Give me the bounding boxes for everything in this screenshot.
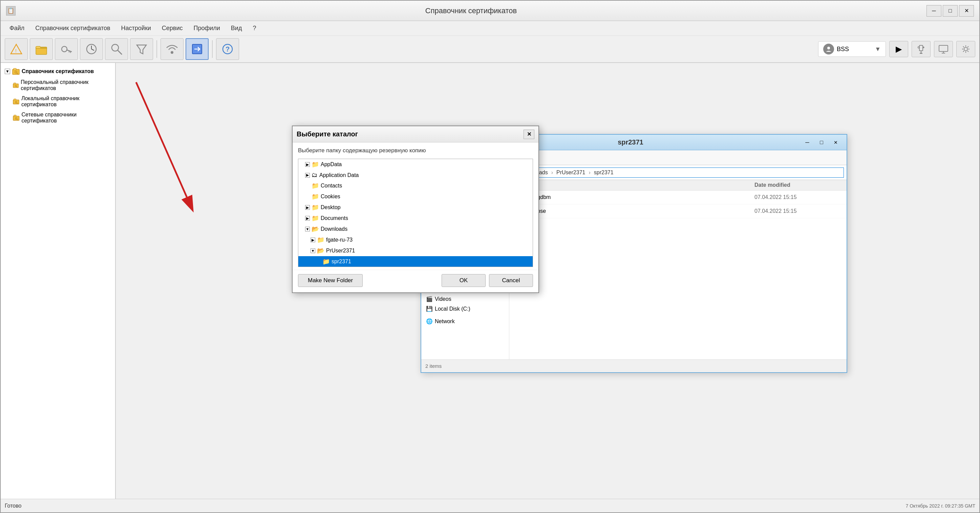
toolbar-screen-button[interactable] [934, 41, 953, 57]
menu-file[interactable]: Файл [5, 23, 29, 34]
maximize-button[interactable]: □ [943, 5, 958, 17]
dialog-close-button[interactable]: ✕ [523, 130, 535, 139]
dialog-label-contacts: Contacts [321, 183, 342, 189]
user-dropdown[interactable]: BSS ▼ [818, 41, 886, 57]
menu-help[interactable]: ? [248, 23, 261, 34]
dialog-tree-fgate[interactable]: ▶ 📁 fgate-ru-73 [298, 235, 533, 245]
svg-text:!: ! [15, 48, 17, 54]
file-date-pse: 07.04.2022 15:15 [754, 208, 843, 214]
expand-documents[interactable]: ▶ [305, 216, 310, 221]
expand-desktop[interactable]: ▶ [305, 205, 310, 210]
close-button[interactable]: ✕ [959, 5, 974, 17]
left-panel-tree: ▼ Справочник сертификатов Персональный с… [1, 63, 116, 500]
menu-view[interactable]: Вид [226, 23, 247, 34]
dialog-label-desktop: Desktop [321, 204, 340, 210]
tree-item-personal[interactable]: Персональный справочник сертификатов [3, 77, 113, 94]
toolbar: ! ? [1, 36, 979, 63]
svg-marker-12 [137, 45, 146, 54]
file-row-pse[interactable]: 📄 local.pse 07.04.2022 15:15 [509, 204, 846, 218]
toolbar-clock-button[interactable] [80, 38, 103, 60]
dialog-tree-appdata2[interactable]: ▶ 🗂 Application Data [298, 170, 533, 180]
toolbar-key-button[interactable] [55, 38, 78, 60]
folder-icon-fgate: 📁 [317, 236, 325, 244]
dialog-tree-contacts[interactable]: 📁 Contacts [298, 180, 533, 191]
path-spr2371[interactable]: spr2371 [592, 169, 616, 176]
toolbar-search-button[interactable] [105, 38, 128, 60]
explorer-minimize-button[interactable]: ─ [800, 137, 814, 148]
svg-rect-37 [13, 100, 19, 104]
cert-directory-icon [12, 68, 20, 75]
tree-item-local[interactable]: Локальный справочник сертификатов [3, 94, 113, 110]
svg-point-13 [171, 51, 173, 54]
window-controls: ─ □ ✕ [926, 5, 974, 17]
svg-rect-38 [14, 99, 16, 100]
menu-profiles[interactable]: Профили [189, 23, 224, 34]
status-text: Готово [5, 503, 21, 509]
dialog-tree-documents[interactable]: ▶ 📁 Documents [298, 213, 533, 224]
tree-expand-root[interactable]: ▼ [5, 69, 10, 74]
dialog-tree-cookies[interactable]: 📁 Cookies [298, 191, 533, 202]
menu-cert-directory[interactable]: Справочник сертификатов [30, 23, 115, 34]
explorer-item-count: 2 items [425, 363, 442, 369]
cancel-button[interactable]: Cancel [489, 274, 533, 287]
tree-item-root[interactable]: ▼ Справочник сертификатов [3, 66, 113, 77]
window-title: Справочник сертификатов [16, 6, 926, 15]
dialog-label-spr2371: spr2371 [331, 259, 351, 265]
toolbar-import-button[interactable] [186, 38, 208, 60]
minimize-button[interactable]: ─ [926, 5, 942, 17]
network-cert-icon [13, 114, 20, 121]
explorer-close-button[interactable]: ✕ [829, 137, 843, 148]
exp-pc-videos[interactable]: 🎬 Videos [424, 294, 506, 304]
expand-pruser[interactable]: ▼ [310, 248, 315, 253]
pc-localc-icon: 💾 [426, 306, 433, 312]
toolbar-play-button[interactable]: ▶ [889, 41, 908, 57]
tree-label-network: Сетевые справочники сертификатов [22, 112, 111, 124]
dialog-tree-downloads[interactable]: ▼ 📂 Downloads [298, 224, 533, 235]
exp-network[interactable]: 🌐 Network [424, 316, 506, 326]
toolbar-filter-button[interactable] [130, 38, 153, 60]
dialog-label-pruser: PrUser2371 [326, 248, 355, 254]
expand-downloads[interactable]: ▼ [305, 227, 310, 232]
svg-line-11 [118, 51, 122, 54]
exp-pc-localc[interactable]: 💾 Local Disk (C:) [424, 304, 506, 314]
dialog-tree-pruser[interactable]: ▼ 📂 PrUser2371 [298, 245, 533, 256]
menu-settings[interactable]: Настройки [116, 23, 156, 34]
path-pruser[interactable]: PrUser2371 [554, 169, 587, 176]
toolbar-usb-button[interactable] [912, 41, 931, 57]
dialog-label-documents: Documents [321, 215, 348, 221]
toolbar-network-button[interactable] [161, 38, 183, 60]
menu-service[interactable]: Сервис [157, 23, 188, 34]
tree-item-network[interactable]: Сетевые справочники сертификатов [3, 110, 113, 126]
toolbar-help-button[interactable]: ? [216, 38, 239, 60]
dialog-tree-spr2371[interactable]: 📁 spr2371 [298, 256, 533, 267]
explorer-maximize-button[interactable]: □ [815, 137, 828, 148]
toolbar-alert-button[interactable]: ! [5, 38, 28, 60]
svg-rect-18 [920, 45, 923, 51]
svg-rect-20 [920, 53, 923, 54]
file-name-pse: 📄 local.pse [513, 207, 754, 215]
expand-appdata2[interactable]: ▶ [305, 173, 310, 178]
dialog-tree-area[interactable]: ▶ 📁 AppData ▶ 🗂 Application Data 📁 [298, 159, 533, 267]
expand-appdata[interactable]: ▶ [305, 162, 310, 167]
dialog-tree-desktop[interactable]: ▶ 📁 Desktop [298, 202, 533, 213]
dialog-title: Выберите каталог [297, 130, 358, 138]
dialog-tree-appdata[interactable]: ▶ 📁 AppData [298, 159, 533, 170]
title-bar: 📋 Справочник сертификатов ─ □ ✕ [1, 1, 979, 21]
dialog-title-bar: Выберите каталог ✕ [293, 126, 538, 143]
toolbar-settings-button[interactable] [956, 41, 975, 57]
pc-videos-label: Videos [435, 296, 452, 302]
folder-icon-pruser: 📂 [317, 247, 325, 254]
ok-button[interactable]: OK [442, 274, 485, 287]
header-date[interactable]: Date modified [754, 182, 843, 188]
folder-icon-downloads: 📂 [312, 226, 319, 233]
explorer-win-controls: ─ □ ✕ [800, 137, 843, 148]
right-area: Выберите каталог ✕ Выберите папку содерж… [116, 63, 979, 500]
svg-rect-41 [13, 116, 19, 121]
make-new-folder-button[interactable]: Make New Folder [298, 274, 363, 287]
header-name[interactable]: Name ▲ [513, 182, 754, 188]
svg-point-3 [62, 46, 67, 52]
expand-fgate[interactable]: ▶ [310, 238, 315, 242]
toolbar-folder-button[interactable] [30, 38, 53, 60]
svg-line-46 [136, 82, 187, 197]
file-row-gdbm[interactable]: 📄 local.gdbm 07.04.2022 15:15 [509, 191, 846, 204]
